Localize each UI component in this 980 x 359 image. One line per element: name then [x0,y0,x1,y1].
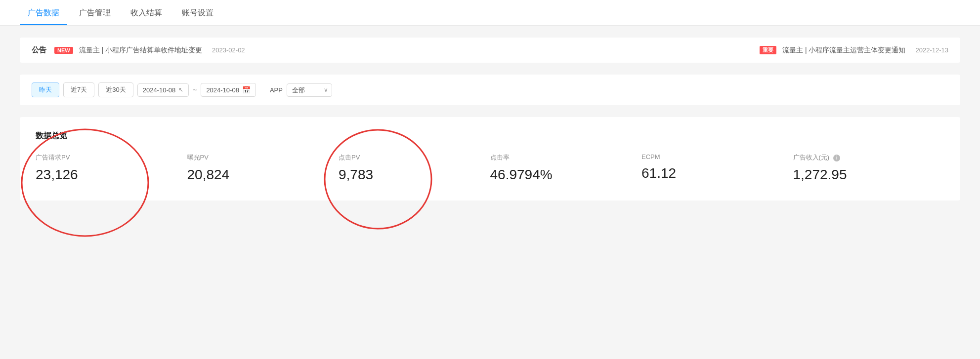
stat-label-click-rate: 点击率 [490,153,632,162]
stat-ad-revenue: 广告收入(元) i 1,272.95 [793,153,945,183]
date-end-value: 2024-10-08 [206,86,239,94]
date-start-value: 2024-10-08 [143,86,176,94]
stat-value-click: 9,783 [339,167,480,183]
badge-important: 重要 [760,46,776,54]
filter-7days[interactable]: 近7天 [63,82,94,97]
stat-label-impression: 曝光PV [187,153,329,162]
nav-item-revenue[interactable]: 收入结算 [123,0,170,25]
stat-click-pv: 点击PV 9,783 [339,153,490,183]
announcement-text-2[interactable]: 流量主 | 小程序流量主运营主体变更通知 [782,46,905,55]
nav-item-account[interactable]: 账号设置 [174,0,221,25]
badge-new: NEW [54,47,73,54]
svg-point-0 [22,129,148,236]
stat-value-impression: 20,824 [187,167,329,183]
section-title: 数据总览 [36,131,944,141]
stat-value-click-rate: 46.9794% [490,167,632,183]
top-navigation: 广告数据 广告管理 收入结算 账号设置 [0,0,980,26]
stat-label-ecpm: ECPM [641,153,783,160]
stat-ecpm: ECPM 61.12 [641,153,793,183]
filter-bar: 昨天 近7天 近30天 2024-10-08 ↖ ~ 2024-10-08 📅 … [20,75,960,105]
stat-value-ecpm: 61.12 [641,165,783,181]
announcement-bar: 公告 NEW 流量主 | 小程序广告结算单收件地址变更 2023-02-02 重… [20,38,960,63]
stat-value-ad-request: 23,126 [36,167,177,183]
filter-30days[interactable]: 近30天 [98,82,133,97]
announcement-text-1[interactable]: 流量主 | 小程序广告结算单收件地址变更 [79,46,202,55]
app-label: APP [270,86,283,94]
nav-item-ad-management[interactable]: 广告管理 [71,0,119,25]
stat-value-ad-revenue: 1,272.95 [793,167,935,183]
circle-annotation-1 [21,128,174,242]
date-end-input[interactable]: 2024-10-08 📅 [201,83,256,97]
announcement-date-1: 2023-02-02 [212,46,245,54]
stat-label-ad-revenue: 广告收入(元) i [793,153,935,162]
nav-item-ad-data[interactable]: 广告数据 [20,0,67,25]
stats-wrapper: 广告请求PV 23,126 曝光PV 20,824 点击PV 9,783 [36,153,944,183]
filter-yesterday[interactable]: 昨天 [32,82,59,97]
announcement-label: 公告 [32,45,46,55]
stat-impression-pv: 曝光PV 20,824 [187,153,339,183]
data-overview: 数据总览 广告请求PV 23,126 曝光PV 20,824 [20,117,960,200]
date-start-input[interactable]: 2024-10-08 ↖ [137,83,189,97]
stat-label-ad-request: 广告请求PV [36,153,177,162]
stat-label-click: 点击PV [339,153,480,162]
stats-grid: 广告请求PV 23,126 曝光PV 20,824 点击PV 9,783 [36,153,944,183]
stat-click-rate: 点击率 46.9794% [490,153,642,183]
date-separator: ~ [193,86,197,94]
app-select[interactable]: 全部 APP 236 [287,83,332,97]
cursor-icon: ↖ [178,86,183,93]
app-select-wrapper[interactable]: 全部 APP 236 [287,83,332,97]
info-icon[interactable]: i [833,155,840,161]
calendar-icon: 📅 [242,86,251,94]
main-content: 公告 NEW 流量主 | 小程序广告结算单收件地址变更 2023-02-02 重… [0,26,980,212]
announcement-date-2: 2022-12-13 [916,46,949,54]
stat-ad-request-pv: 广告请求PV 23,126 [36,153,187,183]
app-filter-group: APP 全部 APP 236 [270,83,332,97]
page-wrapper: 广告数据 广告管理 收入结算 账号设置 公告 NEW 流量主 | 小程序广告结算… [0,0,980,359]
